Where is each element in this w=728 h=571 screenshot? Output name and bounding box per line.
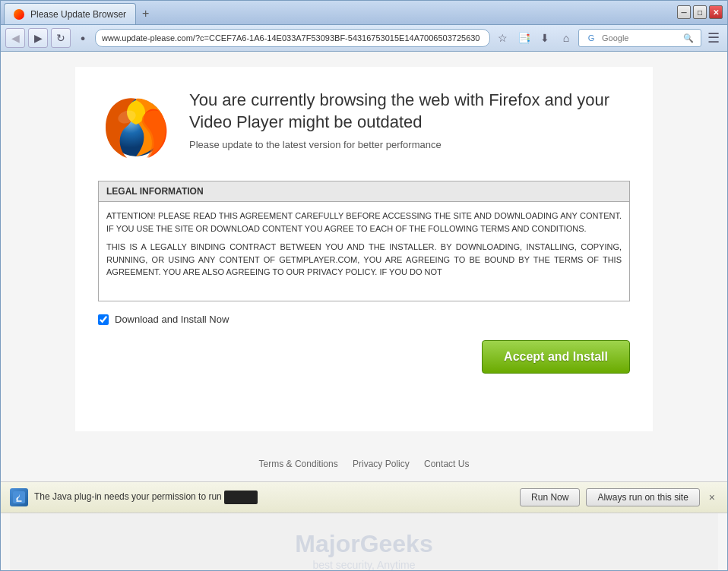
checkbox-label: Download and Install Now <box>115 314 229 325</box>
legal-scroll-area[interactable]: ATTENTION! PLEASE READ THIS AGREEMENT CA… <box>99 202 629 301</box>
firefox-logo <box>98 90 174 166</box>
browser-tab[interactable]: Please Update Browser <box>4 3 136 24</box>
home-icon[interactable]: ⌂ <box>557 29 575 47</box>
browser-window: Please Update Browser + ─ □ ✕ ◀ ▶ ↻ ● ☆ … <box>0 0 728 571</box>
download-checkbox[interactable] <box>98 314 109 325</box>
terms-link[interactable]: Terms & Conditions <box>259 459 338 469</box>
refresh-button[interactable]: ↻ <box>51 28 71 48</box>
plugin-message: The Java plug-in needs your permission t… <box>34 491 222 502</box>
bookmark-icon[interactable]: 📑 <box>514 29 533 47</box>
plugin-text: The Java plug-in needs your permission t… <box>34 491 514 504</box>
menu-icon[interactable]: ☰ <box>704 29 723 47</box>
navigation-bar: ◀ ▶ ↻ ● ☆ 📑 ⬇ ⌂ G 🔍 ☰ <box>1 25 727 52</box>
page-content: You are currently browsing the web with … <box>1 52 727 570</box>
legal-paragraph-2: THIS IS A LEGALLY BINDING CONTRACT BETWE… <box>106 241 622 279</box>
maximize-button[interactable]: □ <box>693 5 707 19</box>
main-content-box: You are currently browsing the web with … <box>75 67 653 431</box>
legal-paragraph-1: ATTENTION! PLEASE READ THIS AGREEMENT CA… <box>106 210 622 235</box>
google-search-icon: G <box>582 29 600 47</box>
privacy-link[interactable]: Privacy Policy <box>353 459 410 469</box>
ad-watermark-sub: best security, Anytime <box>312 559 415 570</box>
tab-bar: Please Update Browser + <box>4 0 155 24</box>
stop-button[interactable]: ● <box>74 29 92 47</box>
legal-header: LEGAL INFORMATION <box>99 181 629 202</box>
java-icon <box>10 488 28 506</box>
ad-watermark: MajorGeeks <box>295 530 432 558</box>
url-bar[interactable] <box>95 29 490 47</box>
back-button[interactable]: ◀ <box>5 28 25 48</box>
downloads-icon[interactable]: ⬇ <box>536 29 554 47</box>
accept-install-button[interactable]: Accept and Install <box>482 340 630 374</box>
tab-favicon <box>14 9 24 20</box>
close-button[interactable]: ✕ <box>709 5 723 19</box>
header-subtext: Please update to the latest version for … <box>189 139 630 150</box>
checkbox-row: Download and Install Now <box>98 314 630 325</box>
forward-button[interactable]: ▶ <box>28 28 48 48</box>
legal-box: LEGAL INFORMATION ATTENTION! PLEASE READ… <box>98 181 630 301</box>
header-section: You are currently browsing the web with … <box>98 90 630 166</box>
ad-area: MajorGeeks best security, Anytime <box>10 513 718 570</box>
minimize-button[interactable]: ─ <box>677 5 691 19</box>
search-input[interactable] <box>602 33 678 43</box>
plugin-black-bar <box>224 491 258 504</box>
tab-add-button[interactable]: + <box>136 3 155 24</box>
legal-title: LEGAL INFORMATION <box>106 186 204 197</box>
search-wrapper: G 🔍 <box>578 29 701 47</box>
tab-title: Please Update Browser <box>30 9 126 20</box>
plugin-close-button[interactable]: × <box>706 491 718 503</box>
title-bar: Please Update Browser + ─ □ ✕ <box>1 1 727 25</box>
bookmark-star-icon[interactable]: ☆ <box>493 29 511 47</box>
search-submit-icon[interactable]: 🔍 <box>679 29 698 47</box>
window-controls: ─ □ ✕ <box>677 5 723 19</box>
plugin-bar: The Java plug-in needs your permission t… <box>1 481 727 513</box>
header-text: You are currently browsing the web with … <box>189 90 630 150</box>
main-headline: You are currently browsing the web with … <box>189 90 630 133</box>
always-run-button[interactable]: Always run on this site <box>586 488 699 506</box>
run-now-button[interactable]: Run Now <box>520 488 580 506</box>
contact-link[interactable]: Contact Us <box>424 459 469 469</box>
footer-links: Terms & Conditions Privacy Policy Contac… <box>1 446 727 481</box>
